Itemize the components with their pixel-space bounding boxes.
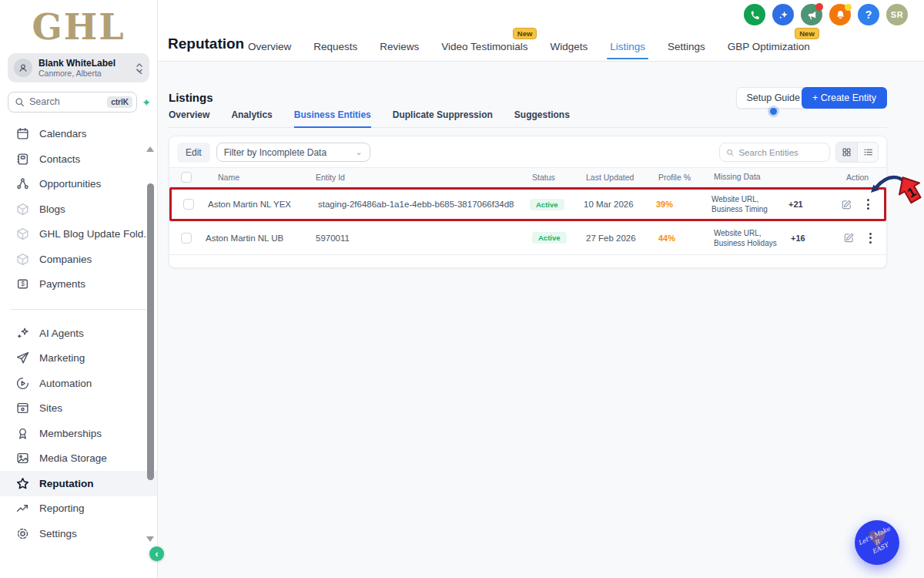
sidebar-item-reputation[interactable]: Reputation	[0, 471, 157, 496]
cube-icon	[16, 203, 29, 216]
sidebar-collapse-button[interactable]: ‹	[149, 546, 164, 561]
list-view-button[interactable]	[857, 143, 878, 162]
search-icon	[726, 148, 734, 157]
phone-icon[interactable]	[744, 4, 765, 25]
tab-gbp-optimization[interactable]: GBP OptimizationNew	[728, 41, 810, 52]
contacts-icon	[16, 153, 29, 166]
entity-search[interactable]	[719, 143, 830, 162]
subtab-label: Business Entities	[294, 109, 371, 120]
profile-percent: 39%	[656, 200, 673, 209]
sidebar-item-blogs[interactable]: Blogs	[0, 197, 157, 222]
sidebar-item-ghl-blog-update[interactable]: GHL Blog Update Fold...	[0, 222, 157, 247]
sidebar-item-label: Reputation	[39, 478, 94, 489]
sidebar-item-memberships[interactable]: Memberships	[0, 421, 157, 446]
list-icon	[863, 147, 873, 157]
notification-dot	[815, 3, 823, 11]
sidebar: GHL Blank WhiteLabel Canmore, Alberta ct…	[0, 0, 158, 578]
account-location: Canmore, Alberta	[38, 69, 136, 78]
listings-heading: Listings	[169, 91, 213, 104]
account-switcher[interactable]: Blank WhiteLabel Canmore, Alberta	[8, 53, 149, 82]
help-icon[interactable]: ?	[858, 4, 879, 25]
sidebar-item-payments[interactable]: $ Payments	[0, 272, 157, 297]
listings-subtabs: Overview Analytics Business Entities Dup…	[169, 109, 887, 128]
sidebar-item-opportunities[interactable]: Opportunities	[0, 172, 157, 197]
sidebar-item-label: Contacts	[39, 153, 80, 165]
sidebar-item-calendars[interactable]: Calendars	[0, 122, 157, 147]
sidebar-item-marketing[interactable]: Marketing	[0, 346, 157, 371]
kebab-menu-icon[interactable]	[867, 230, 874, 246]
sidebar-item-label: Memberships	[39, 428, 102, 439]
entity-name: Aston Martin NL UB	[203, 234, 303, 243]
tab-reviews[interactable]: Reviews	[380, 41, 419, 52]
setup-guide-button[interactable]: Setup Guide	[736, 87, 812, 109]
edit-row-icon[interactable]	[841, 199, 852, 210]
row-checkbox[interactable]	[183, 199, 194, 210]
filter-dropdown[interactable]: Filter by Incomplete Data ⌄	[216, 143, 370, 162]
kebab-menu-icon[interactable]	[865, 197, 872, 212]
tab-widgets[interactable]: Widgets	[550, 41, 588, 52]
tab-label: Overview	[248, 41, 291, 52]
tab-listings[interactable]: Listings	[610, 41, 645, 52]
create-entity-button[interactable]: + Create Entity	[802, 87, 887, 109]
sidebar-divider	[11, 309, 146, 310]
table-row[interactable]: Aston Martin NL YEX staging-2f6486ab-1a1…	[169, 187, 886, 221]
scroll-up-arrow-icon[interactable]	[146, 146, 154, 152]
subtab-label: Suggestions	[514, 109, 570, 120]
column-header-entity-id: Entity Id	[303, 173, 524, 182]
gear-icon	[16, 527, 29, 540]
sidebar-item-ai-agents[interactable]: AI Agents	[0, 321, 157, 346]
edit-row-icon[interactable]	[843, 232, 855, 244]
sidebar-nav: Calendars Contacts Opportunities Blogs G…	[0, 122, 157, 546]
row-checkbox[interactable]	[181, 233, 192, 244]
ai-assistant-icon[interactable]: ✦	[142, 96, 151, 109]
new-badge: New	[795, 28, 819, 39]
subtab-overview[interactable]: Overview	[169, 109, 209, 120]
header-tabs: Overview Requests Reviews Video Testimon…	[248, 31, 810, 62]
browser-icon	[16, 402, 29, 415]
filter-dropdown-value: Filter by Incomplete Data	[224, 147, 326, 158]
sidebar-item-sites[interactable]: Sites	[0, 396, 157, 422]
sidebar-search[interactable]: ctrlK	[8, 92, 137, 113]
table-row[interactable]: Aston Martin NL UB 5970011 Active 27 Feb…	[169, 221, 886, 255]
missing-data: Website URL, Business Holidays	[705, 228, 791, 248]
megaphone-icon[interactable]	[801, 4, 822, 25]
sidebar-item-settings[interactable]: Settings	[0, 521, 157, 546]
sidebar-scrollbar-thumb[interactable]	[147, 183, 154, 480]
entity-search-input[interactable]	[738, 148, 823, 157]
scroll-down-arrow-icon[interactable]	[146, 536, 154, 542]
search-input[interactable]	[29, 96, 107, 107]
subtab-duplicate-suppression[interactable]: Duplicate Suppression	[393, 109, 493, 120]
bell-icon[interactable]	[829, 4, 851, 25]
subtab-business-entities[interactable]: Business Entities	[294, 109, 371, 120]
last-updated: 10 Mar 2026	[573, 200, 647, 209]
sidebar-item-label: Companies	[39, 254, 92, 265]
edit-button[interactable]: Edit	[177, 143, 210, 163]
subtab-suggestions[interactable]: Suggestions	[514, 109, 570, 120]
tab-label: Settings	[668, 41, 705, 52]
tab-requests[interactable]: Requests	[313, 41, 357, 52]
calendar-icon	[16, 127, 29, 140]
header-icon-bar: ? SR	[744, 4, 908, 25]
sparkle-icon[interactable]	[772, 4, 794, 25]
tab-overview[interactable]: Overview	[248, 41, 291, 52]
subtab-analytics[interactable]: Analytics	[231, 109, 272, 120]
table-header: Name Entity Id Status Last Updated Profi…	[169, 167, 886, 187]
grid-icon	[842, 147, 852, 157]
main-content: Listings Overview Analytics Business Ent…	[158, 62, 924, 578]
missing-more-count[interactable]: +16	[791, 234, 826, 243]
missing-more-count[interactable]: +21	[788, 200, 824, 209]
sidebar-item-label: Blogs	[39, 203, 65, 215]
grid-view-button[interactable]	[836, 143, 857, 162]
avatar[interactable]: SR	[886, 4, 908, 25]
sidebar-item-label: Calendars	[39, 128, 87, 139]
sidebar-item-reporting[interactable]: Reporting	[0, 496, 157, 522]
tab-video-testimonials[interactable]: Video TestimonialsNew	[441, 41, 527, 52]
page-title: Reputation	[168, 35, 244, 52]
sidebar-item-companies[interactable]: Companies	[0, 247, 157, 272]
sidebar-item-media-storage[interactable]: Media Storage	[0, 446, 157, 472]
tab-settings[interactable]: Settings	[668, 41, 705, 52]
sidebar-item-contacts[interactable]: Contacts	[0, 146, 157, 172]
sidebar-item-automation[interactable]: Automation	[0, 371, 157, 396]
select-all-checkbox[interactable]	[181, 172, 192, 183]
chat-widget-button[interactable]: ♥ Let's Make It EASY	[855, 520, 899, 565]
